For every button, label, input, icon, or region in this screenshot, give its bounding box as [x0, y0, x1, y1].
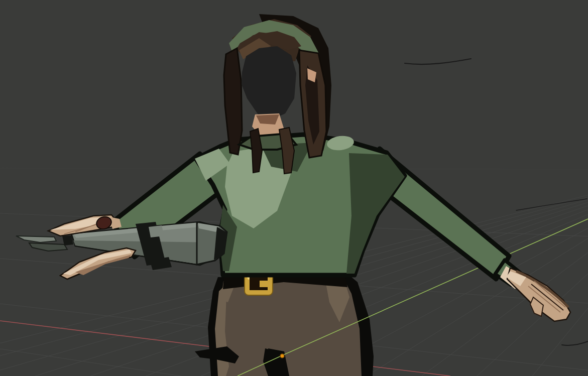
buckle-tab — [260, 281, 268, 287]
object-origin-dot[interactable] — [280, 354, 284, 358]
viewport-canvas[interactable] — [0, 0, 588, 376]
mount-top-face — [149, 225, 164, 237]
blender-3d-viewport[interactable] — [0, 0, 588, 376]
